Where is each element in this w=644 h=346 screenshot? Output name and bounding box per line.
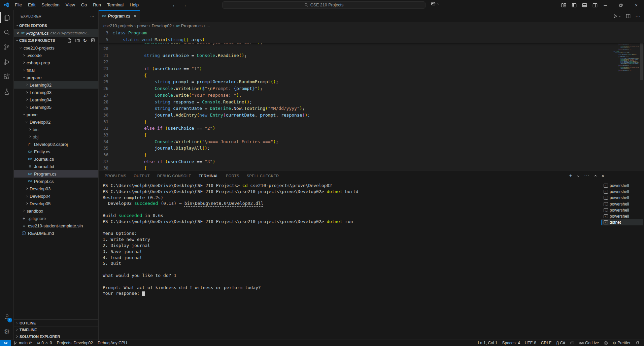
tree-item-prove[interactable]: prove: [14, 111, 98, 118]
status-notifications[interactable]: [633, 340, 642, 346]
testing-icon[interactable]: [0, 84, 14, 99]
close-icon[interactable]: ×: [629, 0, 644, 10]
tree-item-develop02[interactable]: Develop02: [14, 118, 98, 126]
tree-item-develop04[interactable]: Develop04: [14, 192, 98, 200]
status-eol[interactable]: CRLF: [539, 340, 554, 346]
menu-terminal[interactable]: Terminal: [104, 0, 127, 10]
tree-item-readme-md[interactable]: iREADME.md: [14, 229, 98, 237]
tree-item-develop02-csproj[interactable]: Develop02.csproj: [14, 140, 98, 148]
new-folder-icon[interactable]: [75, 38, 80, 43]
status-copilot[interactable]: [568, 340, 577, 346]
terminal-instance-dotnet[interactable]: ›_dotnet: [601, 219, 643, 225]
menu-selection[interactable]: Selection: [38, 0, 62, 10]
panel-tab-terminal[interactable]: TERMINAL: [199, 170, 218, 181]
tree-item-prepare[interactable]: prepare: [14, 74, 98, 81]
panel-tab-spell-checker[interactable]: SPELL CHECKER: [247, 170, 279, 181]
tree-item-prompt-cs[interactable]: C#Prompt.cs: [14, 178, 98, 185]
source-control-icon[interactable]: [0, 40, 14, 55]
status-git-branch[interactable]: main⟳: [11, 340, 35, 346]
menu-help[interactable]: Help: [127, 0, 142, 10]
new-file-icon[interactable]: [67, 38, 72, 43]
tree-item-learning02[interactable]: Learning02: [14, 81, 98, 89]
terminal-output[interactable]: PS C:\Users\wolph\OneDrive\Desktop\CSE 2…: [99, 183, 600, 340]
close-icon[interactable]: ×: [16, 31, 19, 36]
tree-item-sandbox[interactable]: sandbox: [14, 207, 98, 215]
code-editor[interactable]: 3class Program5 static void Main(string[…: [99, 30, 644, 170]
accounts-icon[interactable]: 1: [0, 309, 14, 324]
panel-more-actions-icon[interactable]: ···: [584, 173, 589, 179]
collapse-all-icon[interactable]: [90, 38, 95, 43]
nav-back-icon[interactable]: ←: [172, 2, 177, 8]
status-cursor-position[interactable]: Ln 1, Col 1: [475, 340, 500, 346]
menu-run[interactable]: Run: [90, 0, 104, 10]
terminal-instance-powershell[interactable]: ›_powershell: [601, 183, 643, 189]
tree-item-program-cs[interactable]: C#Program.cs: [14, 170, 98, 178]
search-sidebar-icon[interactable]: [0, 25, 14, 40]
status-prettier[interactable]: ⊘Prettier: [610, 340, 633, 346]
restore-icon[interactable]: [613, 0, 629, 10]
status-problems[interactable]: ⊗0⚠0: [35, 340, 54, 346]
breadcrumb-item[interactable]: ...: [207, 24, 210, 28]
menu-view[interactable]: View: [63, 0, 78, 10]
customize-layout-icon[interactable]: [561, 3, 566, 8]
menu-file[interactable]: File: [12, 0, 25, 10]
explorer-icon[interactable]: [0, 10, 14, 25]
status-extension-status[interactable]: [601, 340, 610, 346]
refresh-icon[interactable]: ↻: [83, 38, 87, 43]
breadcrumb-item[interactable]: cse210-projects: [103, 24, 133, 28]
terminal-instance-powershell[interactable]: ›_powershell: [601, 195, 643, 201]
toggle-secondary-sidebar-icon[interactable]: [592, 3, 598, 8]
tab-program-cs[interactable]: C# Program.cs ×: [99, 10, 140, 22]
tree-item-entity-cs[interactable]: C#Entity.cs: [14, 148, 98, 155]
tab-close-icon[interactable]: ×: [134, 13, 136, 19]
chevron-down-icon[interactable]: [437, 2, 440, 5]
tree-item-bin[interactable]: bin: [14, 126, 98, 133]
status-indentation[interactable]: Spaces: 4: [500, 340, 522, 346]
status-build-config[interactable]: Debug Any CPU: [95, 340, 129, 346]
menu-edit[interactable]: Edit: [25, 0, 38, 10]
panel-tab-problems[interactable]: PROBLEMS: [105, 170, 126, 181]
breadcrumb-item[interactable]: prove: [137, 24, 147, 28]
run-debug-icon[interactable]: [0, 55, 14, 69]
terminal-dropdown-icon[interactable]: [577, 175, 580, 178]
toggle-sidebar-icon[interactable]: [572, 3, 577, 8]
tree-item-obj[interactable]: obj: [14, 133, 98, 140]
new-terminal-icon[interactable]: +: [569, 173, 572, 179]
project-section-header[interactable]: CSE 210 PROJECTS ↻: [14, 37, 98, 44]
copilot-icon[interactable]: [431, 1, 436, 6]
open-editor-item[interactable]: × C# Program.cs cse210-projects\prov...: [14, 29, 98, 37]
tree-item-csharp-prep[interactable]: csharp-prep: [14, 59, 98, 66]
editor-scrollbar[interactable]: [639, 30, 644, 170]
run-button[interactable]: [613, 14, 621, 19]
maximize-panel-icon[interactable]: [594, 174, 597, 178]
tree-item-learning04[interactable]: Learning04: [14, 96, 98, 103]
terminal-instance-powershell[interactable]: ›_powershell: [601, 207, 643, 213]
tree-item-cse210-student-template-sln[interactable]: ≡cse210-student-template.sln: [14, 222, 98, 229]
section-outline[interactable]: OUTLINE: [14, 319, 98, 326]
settings-gear-icon[interactable]: ⚙: [0, 324, 14, 339]
section-solution-explorer[interactable]: SOLUTION EXPLORER: [14, 333, 98, 340]
breadcrumb-item[interactable]: Program.cs: [181, 24, 203, 28]
panel-tab-ports[interactable]: PORTS: [226, 170, 239, 181]
editor-more-actions-icon[interactable]: ···: [635, 13, 641, 19]
terminal-instance-powershell[interactable]: ›_powershell: [601, 201, 643, 207]
tree-item-learning03[interactable]: Learning03: [14, 89, 98, 96]
tree-item-learning05[interactable]: Learning05: [14, 103, 98, 111]
split-editor-icon[interactable]: [626, 14, 631, 19]
explorer-more-actions-icon[interactable]: ···: [90, 14, 94, 18]
tree-item-journal-cs[interactable]: C#Journal.cs: [14, 155, 98, 163]
toggle-panel-icon[interactable]: [582, 3, 587, 8]
status-encoding[interactable]: UTF-8: [522, 340, 539, 346]
status-project-selector[interactable]: Projects: Develop02: [55, 340, 95, 346]
breadcrumb-item[interactable]: Develop02: [152, 24, 172, 28]
panel-tab-debug-console[interactable]: DEBUG CONSOLE: [157, 170, 191, 181]
close-panel-icon[interactable]: ×: [602, 173, 604, 179]
tree-item-final[interactable]: final: [14, 66, 98, 74]
tree-item-develop03[interactable]: Develop03: [14, 185, 98, 192]
tree-item-cse210-projects[interactable]: cse210-projects: [14, 44, 98, 52]
nav-forward-icon[interactable]: →: [182, 2, 187, 8]
status-language-mode[interactable]: {} C#: [554, 340, 568, 346]
command-center-search[interactable]: CSE 210 Projects: [222, 1, 426, 9]
menu-go[interactable]: Go: [78, 0, 90, 10]
tree-item-journal-txt[interactable]: ≡Journal.txt: [14, 163, 98, 170]
